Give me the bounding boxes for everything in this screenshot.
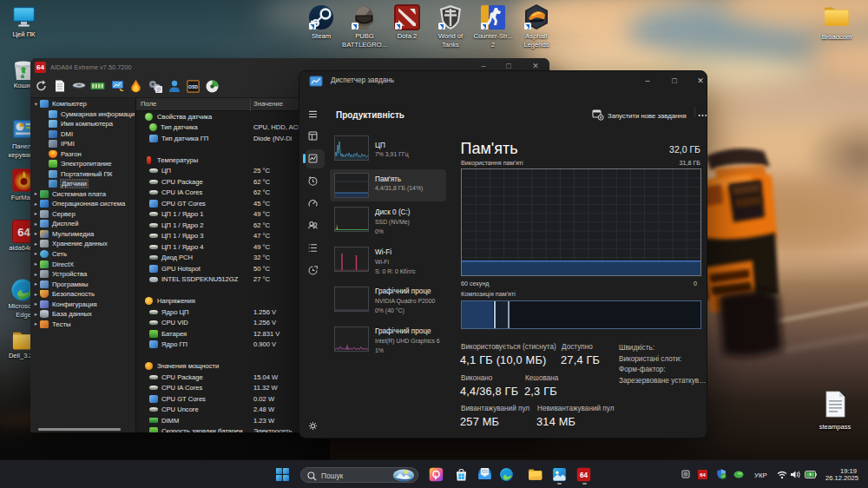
svg-text:64: 64 [580,472,589,479]
svg-text:64: 64 [700,472,706,478]
svg-text:64: 64 [17,226,30,239]
svg-text:OSD: OSD [188,84,198,89]
